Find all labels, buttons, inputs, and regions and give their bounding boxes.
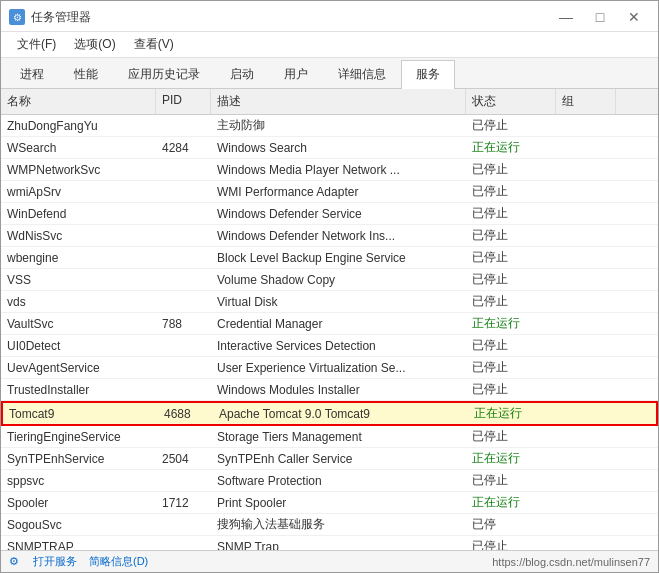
col-header-group[interactable]: 组	[556, 89, 616, 114]
cell-name: ZhuDongFangYu	[1, 115, 156, 136]
table-row[interactable]: wbengineBlock Level Backup Engine Servic…	[1, 247, 658, 269]
table-row[interactable]: SogouSvc搜狗输入法基础服务已停	[1, 514, 658, 536]
table-row[interactable]: TrustedInstallerWindows Modules Installe…	[1, 379, 658, 401]
table-row[interactable]: WinDefendWindows Defender Service已停止	[1, 203, 658, 225]
cell-pid	[156, 426, 211, 447]
col-header-name[interactable]: 名称	[1, 89, 156, 114]
cell-pid	[156, 470, 211, 491]
cell-desc: Virtual Disk	[211, 291, 466, 312]
table-row[interactable]: VaultSvc788Credential Manager正在运行	[1, 313, 658, 335]
cell-pid	[156, 269, 211, 290]
cell-pid	[156, 247, 211, 268]
cell-status: 已停止	[466, 225, 556, 246]
cell-name: Spooler	[1, 492, 156, 513]
table-row[interactable]: SNMPTRAPSNMP Trap已停止	[1, 536, 658, 550]
cell-status: 正在运行	[466, 137, 556, 158]
cell-pid	[156, 291, 211, 312]
table-row[interactable]: WSearch4284Windows Search正在运行	[1, 137, 658, 159]
cell-group	[556, 335, 616, 356]
col-header-pid[interactable]: PID	[156, 89, 211, 114]
cell-group	[558, 403, 618, 424]
title-bar-left: ⚙ 任务管理器	[9, 9, 91, 26]
cell-desc: Block Level Backup Engine Service	[211, 247, 466, 268]
table-row[interactable]: wmiApSrvWMI Performance Adapter已停止	[1, 181, 658, 203]
cell-desc: Credential Manager	[211, 313, 466, 334]
table-row[interactable]: UI0DetectInteractive Services Detection已…	[1, 335, 658, 357]
cell-desc: 主动防御	[211, 115, 466, 136]
table-row[interactable]: vdsVirtual Disk已停止	[1, 291, 658, 313]
cell-status: 已停止	[466, 203, 556, 224]
close-button[interactable]: ✕	[618, 7, 650, 27]
tab-processes[interactable]: 进程	[5, 60, 59, 88]
cell-desc: Windows Media Player Network ...	[211, 159, 466, 180]
cell-group	[556, 492, 616, 513]
cell-desc: Interactive Services Detection	[211, 335, 466, 356]
col-header-status[interactable]: 状态	[466, 89, 556, 114]
menu-bar: 文件(F) 选项(O) 查看(V)	[1, 32, 658, 58]
tab-details[interactable]: 详细信息	[323, 60, 401, 88]
cell-desc: Windows Modules Installer	[211, 379, 466, 400]
open-service-link[interactable]: 打开服务	[33, 554, 77, 569]
cell-name: SNMPTRAP	[1, 536, 156, 550]
cell-name: WSearch	[1, 137, 156, 158]
cell-status: 正在运行	[468, 403, 558, 424]
table-row[interactable]: ZhuDongFangYu主动防御已停止	[1, 115, 658, 137]
cell-status: 已停止	[466, 291, 556, 312]
menu-file[interactable]: 文件(F)	[9, 34, 64, 55]
menu-options[interactable]: 选项(O)	[66, 34, 123, 55]
cell-desc: Windows Search	[211, 137, 466, 158]
cell-name: WdNisSvc	[1, 225, 156, 246]
table-row[interactable]: WdNisSvcWindows Defender Network Ins...已…	[1, 225, 658, 247]
cell-status: 正在运行	[466, 313, 556, 334]
tab-startup[interactable]: 启动	[215, 60, 269, 88]
cell-pid: 4688	[158, 403, 213, 424]
cell-group	[556, 536, 616, 550]
cell-status: 已停止	[466, 159, 556, 180]
cell-name: Tomcat9	[3, 403, 158, 424]
cell-status: 已停止	[466, 379, 556, 400]
menu-view[interactable]: 查看(V)	[126, 34, 182, 55]
cell-desc: Software Protection	[211, 470, 466, 491]
cell-name: VaultSvc	[1, 313, 156, 334]
table-row[interactable]: WMPNetworkSvcWindows Media Player Networ…	[1, 159, 658, 181]
cell-group	[556, 291, 616, 312]
tab-users[interactable]: 用户	[269, 60, 323, 88]
cell-status: 已停止	[466, 269, 556, 290]
table-row[interactable]: VSSVolume Shadow Copy已停止	[1, 269, 658, 291]
cell-pid	[156, 536, 211, 550]
cell-group	[556, 247, 616, 268]
cell-name: TrustedInstaller	[1, 379, 156, 400]
url-label: https://blog.csdn.net/mulinsen77	[492, 556, 650, 568]
tab-services[interactable]: 服务	[401, 60, 455, 89]
summary-link[interactable]: 简略信息(D)	[89, 554, 148, 569]
cell-pid	[156, 159, 211, 180]
cell-desc: Windows Defender Service	[211, 203, 466, 224]
table-row[interactable]: sppsvcSoftware Protection已停止	[1, 470, 658, 492]
cell-group	[556, 159, 616, 180]
services-table: 名称 PID 描述 状态 组 ZhuDongFangYu主动防御已停止WSear…	[1, 89, 658, 550]
cell-group	[556, 313, 616, 334]
tab-app-history[interactable]: 应用历史记录	[113, 60, 215, 88]
cell-pid	[156, 115, 211, 136]
cell-group	[556, 448, 616, 469]
cell-name: VSS	[1, 269, 156, 290]
cell-desc: User Experience Virtualization Se...	[211, 357, 466, 378]
minimize-button[interactable]: —	[550, 7, 582, 27]
cell-pid	[156, 225, 211, 246]
cell-pid	[156, 203, 211, 224]
cell-pid: 1712	[156, 492, 211, 513]
table-row[interactable]: UevAgentServiceUser Experience Virtualiz…	[1, 357, 658, 379]
main-window: ⚙ 任务管理器 — □ ✕ 文件(F) 选项(O) 查看(V) 进程 性能 应用…	[0, 0, 659, 573]
tab-performance[interactable]: 性能	[59, 60, 113, 88]
cell-name: SogouSvc	[1, 514, 156, 535]
table-row[interactable]: TieringEngineServiceStorage Tiers Manage…	[1, 426, 658, 448]
table-row[interactable]: SynTPEnhService2504SynTPEnh Caller Servi…	[1, 448, 658, 470]
maximize-button[interactable]: □	[584, 7, 616, 27]
cell-group	[556, 137, 616, 158]
table-row[interactable]: Spooler1712Print Spooler正在运行	[1, 492, 658, 514]
cell-status: 已停止	[466, 470, 556, 491]
table-row[interactable]: Tomcat94688Apache Tomcat 9.0 Tomcat9正在运行	[1, 401, 658, 426]
cell-status: 已停止	[466, 181, 556, 202]
status-bar-left: ⚙ 打开服务 简略信息(D)	[9, 554, 148, 569]
col-header-desc[interactable]: 描述	[211, 89, 466, 114]
